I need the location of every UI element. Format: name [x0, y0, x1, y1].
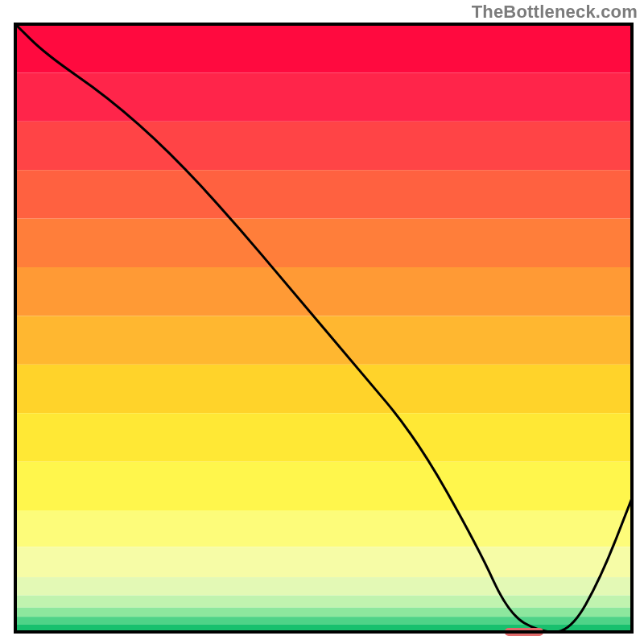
svg-rect-2	[15, 122, 632, 170]
svg-rect-5	[15, 267, 632, 316]
attribution-text: TheBottleneck.com	[472, 2, 638, 23]
svg-rect-3	[15, 170, 632, 218]
chart-stage: { "attribution": "TheBottleneck.com", "c…	[0, 0, 644, 644]
svg-rect-4	[15, 219, 632, 267]
svg-rect-15	[15, 617, 632, 625]
svg-rect-10	[15, 510, 632, 547]
svg-rect-7	[15, 365, 632, 413]
bottleneck-chart	[0, 0, 644, 644]
svg-rect-14	[15, 608, 632, 617]
svg-rect-9	[15, 462, 632, 510]
svg-rect-0	[15, 24, 632, 72]
svg-rect-6	[15, 316, 632, 364]
svg-rect-13	[15, 596, 632, 608]
svg-rect-11	[15, 547, 632, 577]
svg-rect-8	[15, 413, 632, 461]
svg-rect-12	[15, 577, 632, 596]
